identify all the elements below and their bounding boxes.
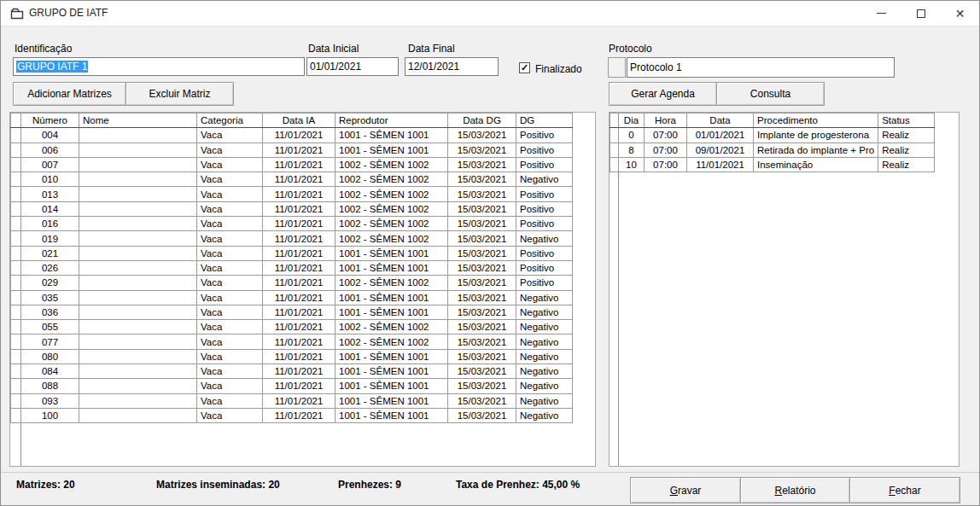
table-row[interactable]: 021Vaca11/01/20211001 - SÊMEN 100115/03/… — [11, 246, 573, 260]
grid-cell[interactable]: 15/03/2021 — [448, 305, 516, 319]
grid-cell[interactable] — [79, 128, 197, 142]
grid-cell[interactable] — [79, 231, 197, 246]
table-row[interactable]: 080Vaca11/01/20211001 - SÊMEN 100115/03/… — [11, 349, 573, 364]
table-row[interactable]: 006Vaca11/01/20211001 - SÊMEN 100115/03/… — [11, 142, 573, 157]
grid-cell[interactable]: 1001 - SÊMEN 1001 — [335, 364, 448, 379]
grid-cell[interactable] — [79, 201, 197, 216]
grid-cell[interactable]: Negativo — [516, 349, 573, 364]
row-selector[interactable] — [11, 349, 21, 364]
grid-cell[interactable]: 1001 - SÊMEN 1001 — [335, 393, 448, 408]
grid-cell[interactable]: Negativo — [516, 393, 573, 408]
grid-cell[interactable]: 8 — [619, 142, 645, 157]
grid-cell[interactable]: 088 — [21, 379, 79, 393]
column-header[interactable]: Status — [878, 113, 935, 128]
table-row[interactable]: 007:0001/01/2021Implante de progesterona… — [610, 128, 935, 142]
table-row[interactable]: 035Vaca11/01/20211001 - SÊMEN 100115/03/… — [11, 290, 573, 305]
grid-cell[interactable]: Vaca — [197, 246, 263, 260]
grid-cell[interactable]: 15/03/2021 — [448, 187, 516, 201]
grid-cell[interactable]: 077 — [21, 334, 79, 349]
grid-cell[interactable]: Vaca — [197, 142, 263, 157]
fechar-button[interactable]: Fechar — [849, 477, 960, 503]
grid-cell[interactable]: 11/01/2021 — [263, 128, 335, 142]
grid-cell[interactable]: 10 — [619, 157, 645, 172]
grid-cell[interactable]: 15/03/2021 — [448, 408, 516, 422]
grid-cell[interactable]: 09/01/2021 — [687, 142, 754, 157]
grid-cell[interactable]: 1002 - SÊMEN 1002 — [335, 201, 448, 216]
data-inicial-input[interactable] — [306, 57, 399, 76]
grid-cell[interactable]: Positivo — [516, 142, 573, 157]
table-row[interactable]: 093Vaca11/01/20211001 - SÊMEN 100115/03/… — [11, 393, 573, 408]
grid-cell[interactable]: 11/01/2021 — [263, 217, 335, 231]
grid-cell[interactable]: 11/01/2021 — [263, 379, 335, 393]
row-selector[interactable] — [11, 334, 21, 349]
grid-cell[interactable]: 15/03/2021 — [448, 320, 516, 334]
table-row[interactable]: 007Vaca11/01/20211002 - SÊMEN 100215/03/… — [11, 157, 573, 172]
table-row[interactable]: 014Vaca11/01/20211002 - SÊMEN 100215/03/… — [11, 201, 573, 216]
grid-cell[interactable]: 004 — [21, 128, 79, 142]
grid-cell[interactable]: Negativo — [516, 334, 573, 349]
grid-cell[interactable]: 035 — [21, 290, 79, 305]
table-row[interactable]: 807:0009/01/2021Retirada do implante + P… — [610, 142, 935, 157]
grid-cell[interactable]: Positivo — [516, 187, 573, 201]
grid-cell[interactable] — [79, 408, 197, 422]
grid-cell[interactable]: Retirada do implante + Pro — [754, 142, 878, 157]
grid-cell[interactable]: 010 — [21, 172, 79, 187]
grid-cell[interactable]: 11/01/2021 — [263, 393, 335, 408]
grid-cell[interactable]: 11/01/2021 — [263, 142, 335, 157]
grid-cell[interactable]: Realiz — [878, 157, 935, 172]
grid-cell[interactable]: 1002 - SÊMEN 1002 — [335, 217, 448, 231]
grid-cell[interactable]: 036 — [21, 305, 79, 319]
grid-cell[interactable]: 11/01/2021 — [263, 408, 335, 422]
column-header[interactable]: Dia — [619, 113, 645, 128]
row-selector[interactable] — [11, 408, 21, 422]
grid-cell[interactable]: Vaca — [197, 172, 263, 187]
grid-cell[interactable]: 1001 - SÊMEN 1001 — [335, 142, 448, 157]
grid-cell[interactable]: 007 — [21, 157, 79, 172]
table-row[interactable]: 1007:0011/01/2021InseminaçãoRealiz — [610, 157, 935, 172]
grid-cell[interactable] — [79, 349, 197, 364]
grid-cell[interactable] — [79, 217, 197, 231]
row-selector[interactable] — [11, 142, 21, 157]
grid-cell[interactable]: Vaca — [197, 334, 263, 349]
grid-cell[interactable]: Realiz — [878, 142, 935, 157]
column-header[interactable]: Data DG — [448, 113, 516, 128]
grid-cell[interactable]: 15/03/2021 — [448, 217, 516, 231]
grid-cell[interactable]: Positivo — [516, 276, 573, 290]
grid-cell[interactable]: Vaca — [197, 364, 263, 379]
grid-cell[interactable]: Vaca — [197, 379, 263, 393]
row-selector[interactable] — [11, 276, 21, 290]
row-selector[interactable] — [11, 217, 21, 231]
row-selector[interactable] — [610, 113, 619, 128]
grid-cell[interactable]: Vaca — [197, 290, 263, 305]
row-selector[interactable] — [11, 393, 21, 408]
grid-cell[interactable]: 1001 - SÊMEN 1001 — [335, 408, 448, 422]
grid-cell[interactable]: 15/03/2021 — [448, 157, 516, 172]
grid-cell[interactable]: 11/01/2021 — [263, 334, 335, 349]
grid-cell[interactable]: 0 — [619, 128, 645, 142]
row-selector[interactable] — [11, 113, 21, 128]
grid-cell[interactable]: Negativo — [516, 305, 573, 319]
row-selector[interactable] — [11, 246, 21, 260]
grid-cell[interactable]: 1002 - SÊMEN 1002 — [335, 231, 448, 246]
grid-cell[interactable]: Vaca — [197, 408, 263, 422]
grid-cell[interactable] — [79, 393, 197, 408]
grid-cell[interactable]: 15/03/2021 — [448, 290, 516, 305]
grid-cell[interactable]: 1002 - SÊMEN 1002 — [335, 320, 448, 334]
grid-cell[interactable] — [79, 276, 197, 290]
table-row[interactable]: 100Vaca11/01/20211001 - SÊMEN 100115/03/… — [11, 408, 573, 422]
grid-cell[interactable]: Positivo — [516, 201, 573, 216]
table-row[interactable]: 019Vaca11/01/20211002 - SÊMEN 100215/03/… — [11, 231, 573, 246]
grid-cell[interactable]: 15/03/2021 — [448, 364, 516, 379]
grid-cell[interactable]: Vaca — [197, 231, 263, 246]
table-row[interactable]: 029Vaca11/01/20211002 - SÊMEN 100215/03/… — [11, 276, 573, 290]
grid-cell[interactable]: 1002 - SÊMEN 1002 — [335, 187, 448, 201]
column-header[interactable]: Número — [21, 113, 79, 128]
grid-cell[interactable]: Negativo — [516, 231, 573, 246]
row-selector[interactable] — [11, 260, 21, 275]
grid-cell[interactable]: 11/01/2021 — [263, 201, 335, 216]
grid-cell[interactable]: 15/03/2021 — [448, 128, 516, 142]
row-selector[interactable] — [11, 172, 21, 187]
column-header[interactable]: Hora — [645, 113, 687, 128]
grid-cell[interactable]: 016 — [21, 217, 79, 231]
table-row[interactable]: 077Vaca11/01/20211002 - SÊMEN 100215/03/… — [11, 334, 573, 349]
